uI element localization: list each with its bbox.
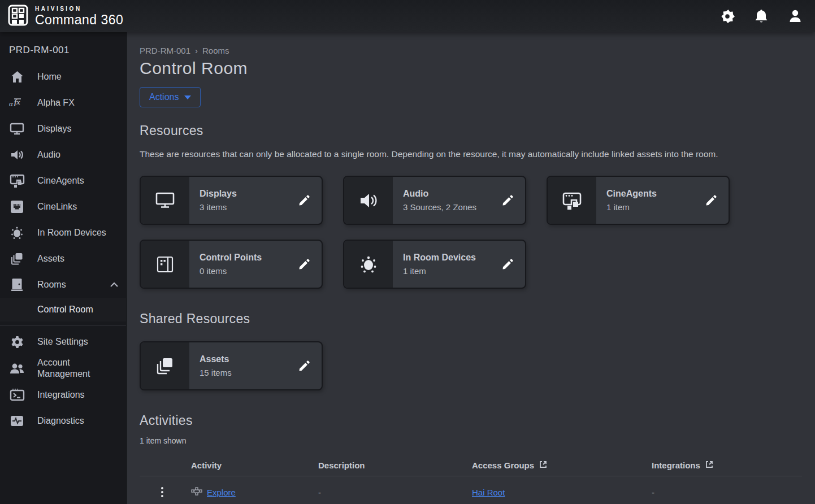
caret-down-icon	[184, 95, 191, 99]
sidebar-item-label: CineLinks	[37, 201, 119, 212]
cinelinks-icon	[9, 199, 25, 214]
sidebar-item-cinelinks[interactable]: CineLinks	[0, 194, 126, 220]
network-icon	[191, 487, 202, 498]
edit-pencil-icon[interactable]	[294, 357, 314, 376]
table-row: Explore - Hai Root -	[140, 476, 802, 504]
sidebar-item-assets[interactable]: Assets	[0, 246, 126, 272]
page-title: Control Room	[140, 59, 801, 78]
resource-card-control-points: Control Points 0 items	[140, 240, 323, 289]
card-title: Assets	[200, 354, 294, 364]
user-icon[interactable]	[786, 7, 805, 26]
access-group-link[interactable]: Hai Root	[472, 488, 505, 497]
settings-icon[interactable]	[718, 7, 737, 26]
card-subtitle: 1 item	[403, 266, 498, 276]
column-header-description: Description	[318, 460, 472, 470]
sidebar-item-control-room[interactable]: Control Room	[0, 298, 126, 321]
gear-icon	[9, 335, 25, 349]
sidebar-item-label: Assets	[37, 253, 119, 264]
cineagents-icon	[548, 177, 596, 224]
rooms-icon	[9, 277, 25, 292]
card-subtitle: 3 Sources, 2 Zones	[403, 202, 498, 212]
sidebar-item-label: Rooms	[37, 279, 97, 290]
pulse-icon	[9, 415, 25, 427]
chevron-up-icon	[109, 282, 119, 288]
row-menu-kebab-icon[interactable]	[154, 487, 170, 497]
sidebar-item-label: Alpha FX	[37, 97, 119, 108]
sidebar-item-in-room-devices[interactable]: In Room Devices	[0, 220, 126, 246]
external-link-icon[interactable]	[539, 460, 548, 471]
users-icon	[9, 362, 25, 375]
column-header-integrations: Integrations	[652, 460, 802, 471]
edit-pencil-icon[interactable]	[498, 255, 517, 274]
table-header-row: Activity Description Access Groups	[140, 454, 802, 476]
sidebar-item-alpha-fx[interactable]: α fx Alpha FX	[0, 90, 126, 116]
notifications-icon[interactable]	[752, 7, 771, 26]
resource-card-displays: Displays 3 items	[140, 176, 323, 225]
breadcrumb-parent[interactable]: PRD-RM-001	[140, 46, 190, 55]
sidebar-item-displays[interactable]: Displays	[0, 116, 126, 142]
sidebar: PRD-RM-001 Home α fx Alpha FX	[0, 32, 127, 504]
display-icon	[9, 122, 25, 136]
sidebar-item-site-settings[interactable]: Site Settings	[0, 329, 126, 355]
sidebar-item-label: Displays	[37, 123, 119, 134]
edit-pencil-icon[interactable]	[498, 191, 517, 210]
sidebar-item-diagnostics[interactable]: Diagnostics	[0, 408, 126, 434]
activity-link[interactable]: Explore	[207, 488, 236, 497]
activities-heading: Activities	[140, 413, 801, 428]
in-room-devices-icon	[9, 225, 25, 240]
column-header-activity: Activity	[191, 460, 318, 470]
breadcrumb-current[interactable]: Rooms	[202, 46, 229, 55]
sidebar-item-label: Diagnostics	[37, 415, 119, 427]
activities-table: Activity Description Access Groups	[140, 454, 802, 504]
breadcrumb-separator: ›	[195, 46, 198, 55]
actions-button-label: Actions	[149, 92, 179, 102]
audio-icon	[9, 148, 25, 162]
card-title: In Room Devices	[403, 253, 498, 263]
resources-heading: Resources	[140, 123, 801, 138]
brand-name: HAIVISION	[35, 6, 123, 12]
sidebar-item-label: Audio	[37, 149, 119, 160]
card-subtitle: 3 items	[200, 202, 294, 212]
top-bar: HAIVISION Command 360	[0, 0, 815, 32]
card-subtitle: 0 items	[200, 266, 294, 276]
sidebar-item-home[interactable]: Home	[0, 64, 126, 90]
sidebar-item-rooms[interactable]: Rooms	[0, 272, 126, 298]
resources-description: These are resources that can only be all…	[140, 147, 790, 161]
actions-button[interactable]: Actions	[140, 87, 201, 107]
cineagents-icon	[9, 173, 25, 188]
edit-pencil-icon[interactable]	[701, 191, 721, 210]
audio-icon	[344, 177, 393, 224]
card-subtitle: 1 item	[606, 202, 701, 212]
sidebar-item-cineagents[interactable]: CineAgents	[0, 168, 126, 194]
sidebar-item-label: CineAgents	[37, 175, 119, 186]
app-logo[interactable]: HAIVISION Command 360	[0, 4, 123, 29]
sidebar-item-label: Integrations	[37, 389, 119, 401]
brand-product: Command 360	[35, 14, 123, 27]
assets-icon	[141, 342, 189, 389]
external-link-icon[interactable]	[705, 460, 714, 471]
sidebar-divider	[0, 325, 126, 325]
sidebar-item-audio[interactable]: Audio	[0, 142, 126, 168]
display-icon	[141, 177, 189, 224]
integrations-cell: -	[652, 488, 802, 497]
sidebar-item-label: In Room Devices	[37, 227, 119, 238]
shared-resources-heading: Shared Resources	[140, 311, 801, 327]
svg-text:α: α	[9, 99, 14, 108]
assets-icon	[9, 251, 25, 266]
sidebar-item-label: Account Management	[37, 357, 105, 380]
main-content: PRD-RM-001 › Rooms Control Room Actions …	[127, 32, 815, 504]
command360-logo-icon	[7, 4, 29, 29]
card-title: Displays	[200, 189, 294, 199]
edit-pencil-icon[interactable]	[294, 191, 314, 210]
sidebar-item-account-management[interactable]: Account Management	[0, 355, 126, 382]
resource-card-in-room-devices: In Room Devices 1 item	[343, 240, 526, 289]
sidebar-item-integrations[interactable]: Integrations	[0, 382, 126, 408]
card-title: Control Points	[200, 253, 294, 263]
sidebar-item-label: Home	[37, 71, 119, 82]
card-subtitle: 15 items	[200, 368, 294, 377]
description-cell: -	[318, 488, 472, 497]
terminal-icon	[9, 388, 25, 402]
edit-pencil-icon[interactable]	[294, 255, 314, 274]
resource-card-assets: Assets 15 items	[140, 341, 323, 390]
card-title: Audio	[403, 189, 498, 199]
